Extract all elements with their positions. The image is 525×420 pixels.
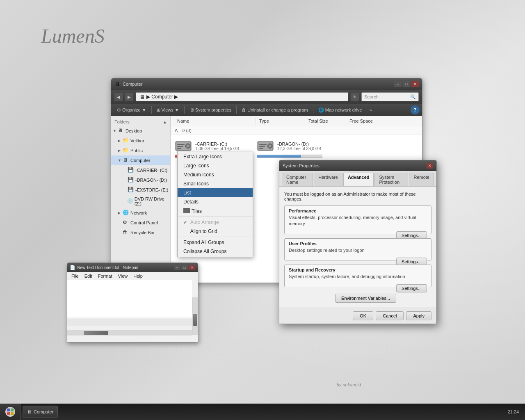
notepad-menu-view[interactable]: View [116,273,130,279]
sys-props-apply-button[interactable]: Apply [406,311,431,320]
notepad-menu-format[interactable]: Format [96,273,115,279]
notepad-textarea[interactable] [67,280,192,317]
system-properties-button[interactable]: 🖥 System properties [186,105,235,115]
ctx-details[interactable]: Details [178,197,253,206]
svg-rect-15 [11,409,14,411]
ctx-large-icons[interactable]: Large Icons [178,161,253,170]
explorer-title: Computer [123,82,142,87]
sidebar-item-desktop[interactable]: ▼ 🖥 Desktop [111,126,170,136]
sidebar-item-exstore-e[interactable]: 💾 -EXSTORE- (E:) [111,185,170,195]
scroll-thumb[interactable] [193,314,197,326]
col-free-space[interactable]: Free Space [346,118,387,124]
drive-icon: 💾 [128,167,134,173]
ctx-auto-arrange[interactable]: ✓ Auto Arrange [178,218,253,227]
uninstall-icon: 🗑 [242,107,246,112]
explorer-close-button[interactable]: ✕ [411,81,419,87]
taskbar-clock: 21:24 [501,409,525,414]
refresh-button[interactable]: ↻ [351,93,359,101]
folder-icon: 📁 [123,147,129,154]
expand-icon: ▶ [118,148,123,153]
sys-props-title: System Properties [283,163,320,168]
search-placeholder: Search [364,94,379,99]
ctx-align-grid[interactable]: Align to Grid [178,227,253,236]
drive-icon: 💾 [128,187,134,193]
sys-props-ok-button[interactable]: OK [353,311,373,320]
notepad-statusbar [67,319,198,326]
help-button[interactable]: ? [411,105,420,114]
notepad-close-button[interactable]: ✕ [189,265,195,270]
ctx-expand-all[interactable]: Expand All Groups [178,238,253,247]
notepad-menubar: File Edit Format View Help [67,272,198,280]
views-icon: ⊞ [157,107,160,113]
notepad-menu-edit[interactable]: Edit [82,273,95,279]
sys-props-footer: OK Cancel Apply [279,308,436,324]
more-button[interactable]: » [366,105,375,115]
computer-icon: 🖥 [123,157,129,164]
notepad-menu-file[interactable]: File [69,273,81,279]
uninstall-button[interactable]: 🗑 Uninstall or change a program [238,105,311,115]
sidebar-item-carrier-c[interactable]: 💾 -CARRIER- (C:) [111,165,170,175]
sidebar-item-recycle-bin[interactable]: 🗑 Recycle Bin [111,228,170,237]
ctx-small-icons[interactable]: Small Icons [178,179,253,188]
expand-icon: ▶ [118,139,123,143]
sys-props-close-button[interactable]: ✕ [427,163,433,169]
user-profiles-section: User Profiles Desktop settings related t… [284,238,431,260]
ctx-tiles[interactable]: Tiles [178,206,253,216]
ctx-collapse-all[interactable]: Collapse All Groups [178,247,253,256]
organize-button[interactable]: ⚙ Organize ▼ [114,105,150,115]
taskbar: 🖥 Computer 21:24 [0,404,525,420]
tab-advanced[interactable]: Advanced [343,173,374,186]
windows-logo-icon [7,408,14,415]
startup-recovery-section: Startup and Recovery System startup, sys… [284,265,431,287]
sidebar-item-control-panel[interactable]: ⚙ Control Panel [111,218,170,228]
sidebar-item-velibor[interactable]: ▶ 📁 Velibor [111,136,170,146]
taskbar-item-computer[interactable]: 🖥 Computer [23,406,58,418]
notepad-menu-help[interactable]: Help [131,273,145,279]
sidebar-toggle[interactable]: ▲ [163,120,167,124]
tab-computer-name[interactable]: Computer Name [282,173,313,186]
column-headers: Name Type Total Size Free Space [171,116,422,126]
ctx-list[interactable]: List [178,188,253,197]
drive-item-d[interactable]: -DRAGON- (D:) 12,3 GB free of 39,0 GB [257,139,331,158]
col-name[interactable]: Name [174,118,256,124]
drive-free-c: 1,06 GB free of 19,5 GB [195,146,239,151]
sidebar-item-public[interactable]: ▶ 📁 Public [111,146,170,155]
explorer-maximize-button[interactable]: □ [403,81,410,87]
tab-remote[interactable]: Remote [409,173,434,186]
back-button[interactable]: ◀ [114,93,123,101]
forward-button[interactable]: ▶ [125,93,133,101]
hscroll-thumb[interactable] [84,331,108,335]
col-total-size[interactable]: Total Size [305,118,346,124]
control-panel-icon: ⚙ [123,219,129,226]
explorer-minimize-button[interactable]: − [394,81,402,87]
ctx-extra-large-icons[interactable]: Extra Large Icons [178,152,253,161]
sys-props-cancel-button[interactable]: Cancel [376,311,404,320]
startup-recovery-settings-button[interactable]: Settings... [396,284,427,292]
performance-desc: Visual effects, processor scheduling, me… [289,215,427,227]
context-menu: Extra Large Icons Large Icons Medium Ico… [177,151,253,257]
address-text: ▶ Computer ▶ [146,94,178,100]
notepad-hscrollbar[interactable] [67,330,192,336]
environment-variables-button[interactable]: Environment Variables... [335,294,396,303]
sidebar-item-computer[interactable]: ▼ 🖥 Computer [111,155,170,165]
notepad-scrollbar[interactable] [192,297,198,335]
sidebar-item-dragon-d[interactable]: 💾 -DRAGON- (D:) [111,175,170,185]
taskbar-items: 🖥 Computer [21,406,501,418]
notepad-maximize-button[interactable]: □ [181,265,188,270]
tab-system-protection[interactable]: System Protection [374,173,408,186]
address-path[interactable]: 🖥 ▶ Computer ▶ [136,92,348,101]
start-button[interactable] [0,404,21,420]
map-drive-button[interactable]: 🌐 Map network drive [315,105,365,115]
svg-rect-6 [177,148,181,149]
notepad-window-controls: − □ ✕ [174,265,195,270]
tab-hardware[interactable]: Hardware [314,173,342,186]
search-box[interactable]: Search 🔍 [361,92,419,101]
lumens-logo: LumenS [41,25,105,47]
svg-point-3 [187,145,189,147]
sidebar-item-dvd-z[interactable]: 💿 DVD RW Drive (Z:) [111,195,170,208]
sidebar-item-network[interactable]: ▶ 🌐 Network [111,208,170,218]
ctx-medium-icons[interactable]: Medium Icons [178,170,253,179]
notepad-minimize-button[interactable]: − [174,265,180,270]
views-button[interactable]: ⊞ Views ▼ [153,105,183,115]
col-type[interactable]: Type [256,118,305,124]
